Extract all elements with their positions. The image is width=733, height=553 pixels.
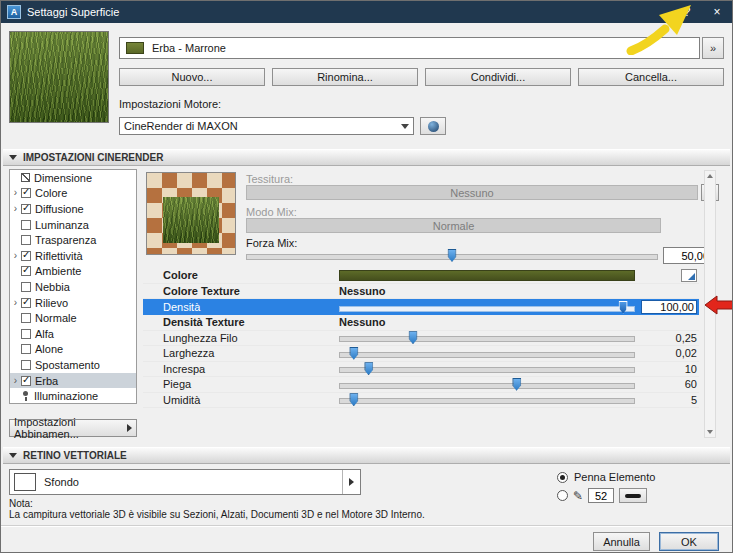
channel-checkbox[interactable] <box>21 188 31 198</box>
channel-trasparenza[interactable]: Trasparenza <box>10 232 136 248</box>
ok-button[interactable]: OK <box>659 532 719 551</box>
scroll-down-icon[interactable] <box>707 430 713 434</box>
channel-rilievo[interactable]: ›Rilievo <box>10 295 136 311</box>
umidita-slider[interactable] <box>339 392 635 407</box>
new-button[interactable]: Nuovo... <box>119 68 265 86</box>
property-row-increspa[interactable]: Increspa 10 <box>143 362 699 378</box>
lunghezza-filo-value[interactable]: 0,25 <box>635 332 699 344</box>
channel-riflettivita[interactable]: ›Riflettività <box>10 248 136 264</box>
channel-illuminazione[interactable]: Illuminazione <box>10 388 136 404</box>
dimension-icon <box>21 173 30 182</box>
channel-checkbox[interactable] <box>21 204 31 214</box>
channel-alone[interactable]: Alone <box>10 342 136 358</box>
engine-select[interactable]: CineRender di MAXON <box>119 117 414 135</box>
cinerender-section-header[interactable]: IMPOSTAZIONI CINERENDER <box>3 149 730 166</box>
channel-normale[interactable]: Normale <box>10 310 136 326</box>
channel-checkbox[interactable] <box>21 298 31 308</box>
match-settings-button[interactable]: Impostazioni Abbinamen... <box>9 419 137 437</box>
close-button[interactable]: × <box>702 1 732 23</box>
channel-checkbox[interactable] <box>21 360 31 370</box>
channel-checkbox[interactable] <box>21 235 31 245</box>
engine-info-button[interactable] <box>420 117 446 135</box>
piega-slider[interactable] <box>339 377 635 392</box>
channel-erba[interactable]: ›Erba <box>10 373 136 389</box>
channel-checkbox[interactable] <box>21 220 31 230</box>
vector-fill-section-header[interactable]: RETINO VETTORIALE <box>3 447 730 464</box>
increspa-slider[interactable] <box>339 361 635 376</box>
lamp-icon <box>21 391 30 401</box>
property-row-lunghezza-filo[interactable]: Lunghezza Filo 0,25 <box>143 331 699 347</box>
texture-field[interactable]: Nessuno <box>246 185 698 200</box>
umidita-value[interactable]: 5 <box>635 394 699 406</box>
larghezza-slider[interactable] <box>339 346 635 361</box>
panel-scrollbar[interactable] <box>704 170 716 438</box>
colore-texture-value[interactable]: Nessuno <box>339 285 385 297</box>
vector-fill-combo[interactable]: Sfondo <box>9 469 361 495</box>
channel-checkbox[interactable] <box>21 251 31 261</box>
material-name-combo[interactable]: Erba - Marrone <box>119 37 700 59</box>
channel-checkbox[interactable] <box>21 282 31 292</box>
surface-catalog-button[interactable]: » <box>702 37 724 59</box>
property-row-piega[interactable]: Piega 60 <box>143 377 699 393</box>
larghezza-value[interactable]: 0,02 <box>635 347 699 359</box>
densita-slider[interactable] <box>339 300 635 315</box>
rename-button[interactable]: Rinomina... <box>272 68 418 86</box>
expander-icon[interactable]: › <box>10 298 21 308</box>
mix-mode-field[interactable]: Normale <box>246 218 661 233</box>
fill-name: Sfondo <box>44 476 79 488</box>
channel-ambiente[interactable]: Ambiente <box>10 264 136 280</box>
slider-thumb[interactable] <box>364 362 373 375</box>
channel-dimensione[interactable]: Dimensione <box>10 170 136 186</box>
pen-element-label: Penna Elemento <box>574 471 655 483</box>
channel-diffusione[interactable]: ›Diffusione <box>10 201 136 217</box>
channel-checkbox[interactable] <box>21 266 31 276</box>
popup-arrow-icon <box>349 478 354 486</box>
property-row-densita-texture[interactable]: Densità Texture Nessuno <box>143 315 699 331</box>
property-row-colore-texture[interactable]: Colore Texture Nessuno <box>143 284 699 300</box>
channel-checkbox[interactable] <box>21 329 31 339</box>
window-title: Settaggi Superficie <box>27 6 119 18</box>
color-bar[interactable] <box>339 270 635 281</box>
channel-nebbia[interactable]: Nebbia <box>10 279 136 295</box>
surface-settings-dialog: A Settaggi Superficie ? × Erba - Marrone… <box>0 0 733 553</box>
slider-thumb[interactable] <box>409 331 418 344</box>
custom-pen-radio[interactable] <box>557 490 568 501</box>
channel-luminanza[interactable]: Luminanza <box>10 217 136 233</box>
densita-value[interactable] <box>641 300 697 314</box>
slider-thumb[interactable] <box>349 393 358 406</box>
pen-number-field[interactable] <box>588 488 614 503</box>
fill-popup-button[interactable] <box>342 470 360 494</box>
slider-thumb[interactable] <box>512 378 521 391</box>
property-row-densita[interactable]: Densità <box>143 299 699 315</box>
property-row-colore[interactable]: Colore <box>143 268 699 284</box>
channel-spostamento[interactable]: Spostamento <box>10 357 136 373</box>
channel-checkbox[interactable] <box>21 344 31 354</box>
delete-button[interactable]: Cancella... <box>578 68 724 86</box>
help-button[interactable]: ? <box>672 1 702 23</box>
engine-row: CineRender di MAXON <box>119 117 446 135</box>
expander-icon[interactable]: › <box>10 376 21 386</box>
property-row-larghezza[interactable]: Larghezza 0,02 <box>143 346 699 362</box>
cancel-button[interactable]: Annulla <box>593 532 650 551</box>
channel-checkbox[interactable] <box>21 313 31 323</box>
densita-texture-value[interactable]: Nessuno <box>339 316 385 328</box>
expander-icon[interactable]: › <box>10 204 21 214</box>
slider-thumb[interactable] <box>619 301 628 314</box>
channel-colore[interactable]: ›Colore <box>10 186 136 202</box>
color-picker-icon[interactable] <box>681 269 697 282</box>
channel-checkbox[interactable] <box>21 376 31 386</box>
lunghezza-filo-slider[interactable] <box>339 330 635 345</box>
pen-color-button[interactable] <box>619 488 647 503</box>
pen-element-radio[interactable] <box>557 472 568 483</box>
channel-alfa[interactable]: Alfa <box>10 326 136 342</box>
piega-value[interactable]: 60 <box>635 378 699 390</box>
slider-thumb[interactable] <box>448 249 457 262</box>
property-row-umidita[interactable]: Umidità 5 <box>143 393 699 409</box>
scroll-up-icon[interactable] <box>707 174 713 178</box>
expander-icon[interactable]: › <box>10 251 21 261</box>
expander-icon[interactable]: › <box>10 188 21 198</box>
mix-strength-slider[interactable] <box>246 248 658 263</box>
share-button[interactable]: Condividi... <box>425 68 571 86</box>
slider-thumb[interactable] <box>349 347 358 360</box>
increspa-value[interactable]: 10 <box>635 363 699 375</box>
